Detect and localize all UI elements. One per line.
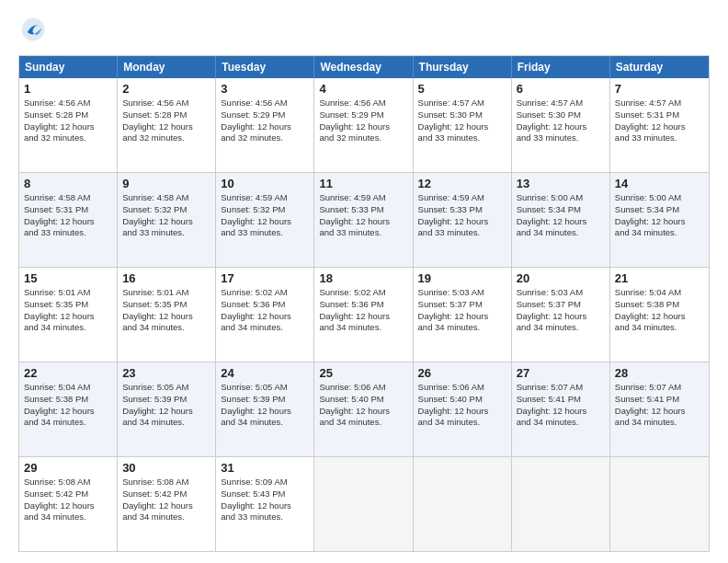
cell-info: Sunrise: 4:57 AMSunset: 5:31 PMDaylight:… [615,98,704,144]
day-cell-28: 28Sunrise: 5:07 AMSunset: 5:41 PMDayligh… [610,362,709,456]
day-number: 1 [24,82,112,96]
cell-info: Sunrise: 5:06 AMSunset: 5:40 PMDaylight:… [319,382,407,429]
day-number: 13 [517,177,605,190]
day-number: 9 [122,177,210,190]
day-cell-21: 21Sunrise: 5:04 AMSunset: 5:38 PMDayligh… [610,268,709,362]
header [18,17,710,46]
header-day-wednesday: Wednesday [314,56,413,78]
cell-info: Sunrise: 5:06 AMSunset: 5:40 PMDaylight:… [418,382,506,429]
day-number: 8 [24,177,112,190]
cell-info: Sunrise: 5:02 AMSunset: 5:36 PMDaylight:… [221,287,309,334]
day-number: 27 [517,366,605,380]
day-cell-23: 23Sunrise: 5:05 AMSunset: 5:39 PMDayligh… [118,362,216,456]
day-cell-12: 12Sunrise: 4:59 AMSunset: 5:33 PMDayligh… [414,173,512,267]
header-day-sunday: Sunday [19,56,118,78]
cell-info: Sunrise: 4:58 AMSunset: 5:31 PMDaylight:… [24,192,112,239]
day-number: 7 [615,82,704,96]
day-cell-26: 26Sunrise: 5:06 AMSunset: 5:40 PMDayligh… [414,362,512,456]
cell-info: Sunrise: 5:03 AMSunset: 5:37 PMDaylight:… [517,287,605,334]
day-cell-24: 24Sunrise: 5:05 AMSunset: 5:39 PMDayligh… [216,362,314,456]
day-number: 11 [319,177,407,190]
cell-info: Sunrise: 5:00 AMSunset: 5:34 PMDaylight:… [615,192,704,239]
cell-info: Sunrise: 4:59 AMSunset: 5:32 PMDaylight:… [221,192,309,239]
empty-cell [414,457,512,551]
cell-info: Sunrise: 5:08 AMSunset: 5:42 PMDaylight:… [24,477,112,523]
day-number: 14 [615,177,704,190]
day-number: 28 [615,366,704,380]
calendar-body: 1Sunrise: 4:56 AMSunset: 5:28 PMDaylight… [19,78,709,551]
day-cell-20: 20Sunrise: 5:03 AMSunset: 5:37 PMDayligh… [512,268,610,362]
cell-info: Sunrise: 5:04 AMSunset: 5:38 PMDaylight:… [615,287,704,334]
day-number: 6 [517,82,605,96]
day-cell-8: 8Sunrise: 4:58 AMSunset: 5:31 PMDaylight… [19,173,118,267]
header-day-saturday: Saturday [610,56,709,78]
day-cell-17: 17Sunrise: 5:02 AMSunset: 5:36 PMDayligh… [216,268,314,362]
day-number: 30 [122,461,210,475]
header-day-tuesday: Tuesday [216,56,314,78]
cell-info: Sunrise: 4:57 AMSunset: 5:30 PMDaylight:… [517,98,605,144]
cell-info: Sunrise: 5:02 AMSunset: 5:36 PMDaylight:… [319,287,407,334]
header-day-thursday: Thursday [414,56,512,78]
cell-info: Sunrise: 4:56 AMSunset: 5:28 PMDaylight:… [24,98,112,144]
day-number: 4 [319,82,407,96]
day-cell-7: 7Sunrise: 4:57 AMSunset: 5:31 PMDaylight… [610,78,709,172]
day-number: 19 [418,271,506,285]
cell-info: Sunrise: 4:56 AMSunset: 5:29 PMDaylight:… [319,98,407,144]
day-cell-30: 30Sunrise: 5:08 AMSunset: 5:42 PMDayligh… [118,457,216,551]
cell-info: Sunrise: 5:09 AMSunset: 5:43 PMDaylight:… [221,477,309,523]
day-number: 24 [221,366,309,380]
day-cell-1: 1Sunrise: 4:56 AMSunset: 5:28 PMDaylight… [19,78,118,172]
cell-info: Sunrise: 4:56 AMSunset: 5:29 PMDaylight:… [221,98,309,144]
cell-info: Sunrise: 5:01 AMSunset: 5:35 PMDaylight:… [122,287,210,334]
cell-info: Sunrise: 5:01 AMSunset: 5:35 PMDaylight:… [24,287,112,334]
calendar-row-4: 22Sunrise: 5:04 AMSunset: 5:38 PMDayligh… [19,362,709,456]
day-number: 16 [122,271,210,285]
cell-info: Sunrise: 5:05 AMSunset: 5:39 PMDaylight:… [122,382,210,429]
day-number: 5 [418,82,506,96]
day-cell-9: 9Sunrise: 4:58 AMSunset: 5:32 PMDaylight… [118,173,216,267]
empty-cell [314,457,413,551]
day-cell-16: 16Sunrise: 5:01 AMSunset: 5:35 PMDayligh… [118,268,216,362]
header-day-monday: Monday [118,56,216,78]
day-cell-4: 4Sunrise: 4:56 AMSunset: 5:29 PMDaylight… [314,78,413,172]
calendar-row-3: 15Sunrise: 5:01 AMSunset: 5:35 PMDayligh… [19,267,709,362]
cell-info: Sunrise: 5:05 AMSunset: 5:39 PMDaylight:… [221,382,309,429]
day-cell-14: 14Sunrise: 5:00 AMSunset: 5:34 PMDayligh… [610,173,709,267]
day-cell-11: 11Sunrise: 4:59 AMSunset: 5:33 PMDayligh… [314,173,413,267]
calendar: SundayMondayTuesdayWednesdayThursdayFrid… [18,55,710,552]
day-cell-10: 10Sunrise: 4:59 AMSunset: 5:32 PMDayligh… [216,173,314,267]
day-number: 22 [24,366,112,380]
cell-info: Sunrise: 5:07 AMSunset: 5:41 PMDaylight:… [517,382,605,429]
cell-info: Sunrise: 4:57 AMSunset: 5:30 PMDaylight:… [418,98,506,144]
day-number: 20 [517,271,605,285]
day-cell-29: 29Sunrise: 5:08 AMSunset: 5:42 PMDayligh… [19,457,118,551]
cell-info: Sunrise: 5:04 AMSunset: 5:38 PMDaylight:… [24,382,112,429]
day-cell-6: 6Sunrise: 4:57 AMSunset: 5:30 PMDaylight… [512,78,610,172]
day-number: 2 [122,82,210,96]
cell-info: Sunrise: 5:07 AMSunset: 5:41 PMDaylight:… [615,382,704,429]
day-cell-31: 31Sunrise: 5:09 AMSunset: 5:43 PMDayligh… [216,457,314,551]
day-number: 26 [418,366,506,380]
cell-info: Sunrise: 4:59 AMSunset: 5:33 PMDaylight:… [319,192,407,239]
day-number: 18 [319,271,407,285]
empty-cell [610,457,709,551]
day-cell-22: 22Sunrise: 5:04 AMSunset: 5:38 PMDayligh… [19,362,118,456]
day-number: 21 [615,271,704,285]
day-cell-15: 15Sunrise: 5:01 AMSunset: 5:35 PMDayligh… [19,268,118,362]
day-number: 12 [418,177,506,190]
cell-info: Sunrise: 4:58 AMSunset: 5:32 PMDaylight:… [122,192,210,239]
day-number: 3 [221,82,309,96]
day-cell-2: 2Sunrise: 4:56 AMSunset: 5:28 PMDaylight… [118,78,216,172]
page: SundayMondayTuesdayWednesdayThursdayFrid… [0,0,728,563]
calendar-row-1: 1Sunrise: 4:56 AMSunset: 5:28 PMDaylight… [19,78,709,172]
logo-icon [20,17,46,42]
cell-info: Sunrise: 5:03 AMSunset: 5:37 PMDaylight:… [418,287,506,334]
cell-info: Sunrise: 4:59 AMSunset: 5:33 PMDaylight:… [418,192,506,239]
day-number: 29 [24,461,112,475]
day-number: 31 [221,461,309,475]
cell-info: Sunrise: 5:08 AMSunset: 5:42 PMDaylight:… [122,477,210,523]
day-number: 15 [24,271,112,285]
logo [18,17,46,46]
day-cell-25: 25Sunrise: 5:06 AMSunset: 5:40 PMDayligh… [314,362,413,456]
day-cell-27: 27Sunrise: 5:07 AMSunset: 5:41 PMDayligh… [512,362,610,456]
